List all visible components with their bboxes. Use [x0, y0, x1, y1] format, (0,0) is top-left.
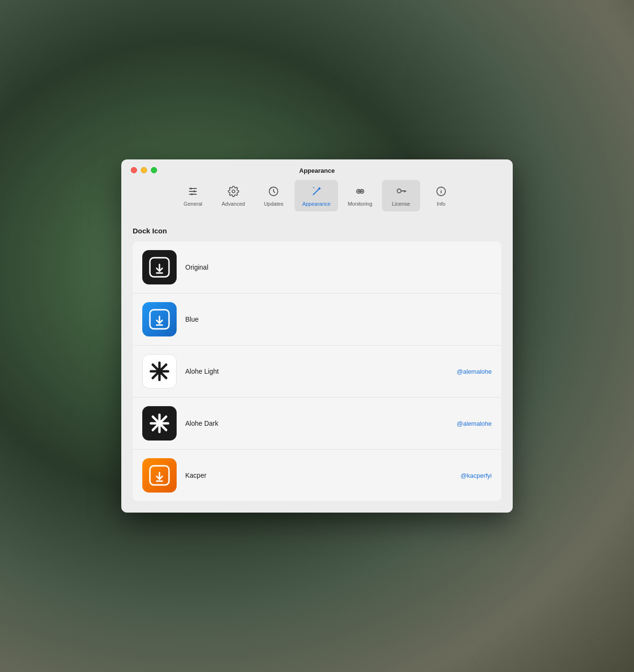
tab-license[interactable]: License	[382, 180, 420, 211]
icon-credit-alohe-light[interactable]: @alemalohe	[457, 368, 492, 375]
gear-icon	[227, 185, 240, 198]
tab-license-label: License	[392, 201, 410, 207]
icon-name-alohe-light: Alohe Light	[185, 368, 457, 375]
maximize-button[interactable]	[151, 167, 157, 173]
toolbar: General Advanced Updates	[121, 174, 513, 219]
tab-updates[interactable]: Updates	[254, 180, 293, 211]
tab-monitoring-label: Monitoring	[348, 201, 372, 207]
svg-point-13	[361, 190, 363, 192]
tab-general-label: General	[184, 201, 202, 207]
dock-icon-alohe-light	[142, 354, 177, 388]
svg-line-8	[313, 190, 317, 195]
info-icon	[434, 185, 448, 198]
icon-row-alohe-dark[interactable]: Alohe Dark @alemalohe	[133, 398, 501, 450]
icon-row-original[interactable]: Original	[133, 242, 501, 294]
dock-icon-blue	[142, 302, 177, 336]
svg-point-14	[397, 189, 401, 193]
icon-name-original: Original	[185, 263, 492, 271]
dock-icon-kacper	[142, 458, 177, 493]
icon-credit-kacper[interactable]: @kacperfyi	[461, 472, 492, 479]
icon-row-kacper[interactable]: Kacper @kacperfyi	[133, 450, 501, 501]
svg-point-11	[358, 190, 359, 192]
dock-icon-original	[142, 250, 177, 284]
icon-list: Original Blue	[133, 242, 501, 501]
tab-info-label: Info	[437, 201, 445, 207]
icon-name-alohe-dark: Alohe Dark	[185, 420, 457, 427]
svg-line-9	[317, 189, 318, 190]
icon-row-blue[interactable]: Blue	[133, 294, 501, 346]
tab-info[interactable]: Info	[422, 180, 460, 211]
tab-updates-label: Updates	[264, 201, 284, 207]
icon-name-blue: Blue	[185, 315, 492, 323]
sliders-icon	[186, 185, 200, 198]
tab-advanced-label: Advanced	[222, 201, 245, 207]
sparkles-icon	[310, 185, 323, 198]
svg-point-6	[232, 190, 235, 193]
minimize-button[interactable]	[141, 167, 147, 173]
tab-general[interactable]: General	[174, 180, 212, 211]
app-window: Appearance General	[121, 159, 513, 513]
dock-icon-alohe-dark	[142, 406, 177, 441]
svg-point-3	[190, 188, 192, 189]
tab-appearance-label: Appearance	[302, 201, 330, 207]
content-area: Dock Icon Original	[121, 219, 513, 513]
title-bar: Appearance	[121, 159, 513, 174]
updates-icon	[267, 185, 280, 198]
key-icon	[394, 185, 408, 198]
svg-point-20	[441, 189, 441, 189]
icon-name-kacper: Kacper	[185, 472, 461, 479]
window-title: Appearance	[299, 167, 335, 174]
svg-point-4	[193, 190, 195, 192]
section-title: Dock Icon	[133, 227, 501, 235]
traffic-lights	[131, 167, 157, 173]
tab-appearance[interactable]: Appearance	[295, 180, 338, 211]
tab-monitoring[interactable]: Monitoring	[340, 180, 380, 211]
svg-point-5	[191, 193, 193, 195]
icon-row-alohe-light[interactable]: Alohe Light @alemalohe	[133, 346, 501, 398]
monitoring-icon	[353, 185, 367, 198]
icon-credit-alohe-dark[interactable]: @alemalohe	[457, 420, 492, 427]
close-button[interactable]	[131, 167, 137, 173]
tab-advanced[interactable]: Advanced	[214, 180, 253, 211]
